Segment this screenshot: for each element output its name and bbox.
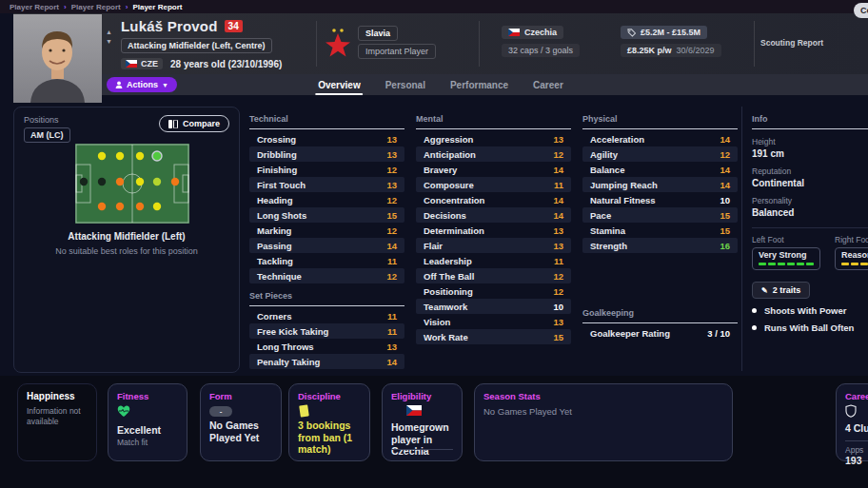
apps-value: 193	[845, 455, 868, 467]
attribute-row: Decisions 14	[416, 207, 571, 223]
yellow-card-icon	[299, 404, 309, 417]
tab-overview[interactable]: Overview	[318, 80, 360, 90]
card-text: Information not available	[27, 406, 88, 426]
discipline-card[interactable]: Discipline 3 bookings from ban (1 match)	[288, 383, 370, 461]
attribute-row: Crossing 13	[249, 131, 404, 146]
tag-icon	[627, 29, 636, 37]
fitness-card[interactable]: Fitness Excellent Match fit	[108, 383, 187, 461]
club-name-pill[interactable]: Slavia	[358, 26, 398, 41]
attribute-row: Finishing 12	[249, 162, 404, 177]
card-title: Eligibility	[391, 391, 453, 401]
card-separator	[845, 440, 868, 441]
mental-section: Mental Aggression 13 Anticipation 12 Bra…	[416, 114, 571, 344]
attribute-name: Vision	[424, 317, 450, 327]
attribute-name: Corners	[257, 311, 291, 322]
shield-icon	[845, 404, 857, 418]
apps-label: Apps	[845, 445, 868, 456]
scouting-report-label[interactable]: Scouting Report	[760, 38, 823, 48]
positions-panel: Positions AM (LC) Compare Attacking Midf…	[13, 107, 240, 373]
eligibility-card[interactable]: Eligibility Homegrown player in Czechia	[382, 383, 463, 461]
breadcrumb-item[interactable]: Player Report	[10, 3, 59, 11]
attribute-row: Free Kick Taking 11	[249, 323, 404, 339]
attribute-value: 10	[553, 302, 563, 312]
attribute-name: Agility	[590, 149, 618, 160]
age-line: 28 years old (23/10/1996)	[170, 59, 282, 69]
attribute-value: 14	[720, 180, 730, 190]
attribute-name: Determination	[424, 225, 484, 236]
traits-button[interactable]: ✎ 2 traits	[752, 282, 810, 299]
attribute-row: First Touch 13	[249, 177, 404, 192]
transfer-value-pill: £5.2M - £15.5M	[621, 26, 707, 39]
section-title: Goalkeeping	[582, 308, 738, 323]
card-separator	[391, 449, 453, 450]
fitness-status: Excellent	[117, 424, 178, 437]
attribute-name: Bravery	[424, 165, 457, 175]
attribute-name: Natural Fitness	[590, 195, 656, 205]
attribute-name: Pace	[590, 210, 611, 221]
bullet-icon	[752, 308, 757, 313]
attribute-row: Technique 12	[249, 268, 404, 283]
player-switcher: ▲ ▼	[106, 29, 112, 45]
personality-value: Balanced	[752, 207, 868, 218]
attribute-row: Stamina 15	[582, 223, 738, 238]
attribute-value: 15	[553, 332, 563, 342]
attribute-row: Long Throws 13	[249, 339, 404, 354]
technical-section: Technical Crossing 13 Dribbling 13 Finis…	[249, 114, 404, 283]
attribute-value: 14	[720, 134, 730, 145]
national-team-name: Czechia	[524, 28, 557, 37]
attribute-row: Off The Ball 12	[416, 268, 571, 283]
attribute-name: Crossing	[257, 134, 296, 145]
tab-career[interactable]: Career	[533, 80, 563, 90]
attribute-value: 11	[554, 256, 563, 266]
form-card[interactable]: Form - No Games Played Yet	[200, 383, 282, 461]
section-title: Set Pieces	[249, 291, 404, 306]
attribute-name: Technique	[257, 271, 302, 282]
attribute-name: Positioning	[424, 286, 473, 297]
actions-button[interactable]: Actions ▼	[107, 77, 177, 92]
attribute-name: Aggression	[424, 134, 473, 145]
attribute-value: 13	[386, 342, 397, 352]
actions-label: Actions	[127, 80, 158, 89]
happiness-card[interactable]: Happiness Information not available	[17, 383, 97, 461]
heart-icon	[117, 405, 130, 418]
position-note: No suitable best roles for this position	[14, 246, 239, 256]
compare-button[interactable]: Compare	[159, 115, 229, 132]
chevron-down-icon[interactable]: ▼	[106, 38, 112, 45]
attribute-value: 12	[386, 195, 397, 205]
tab-performance[interactable]: Performance	[450, 80, 508, 90]
national-team-pill[interactable]: Czechia	[502, 26, 563, 39]
left-foot-bars	[759, 263, 814, 265]
position-badge: AM (LC)	[24, 127, 70, 143]
header-divider	[316, 21, 317, 67]
attribute-row: Bravery 14	[416, 162, 571, 177]
attribute-row: Aggression 13	[416, 131, 571, 146]
attribute-row: Heading 12	[249, 192, 404, 207]
wage: £8.25K p/w	[627, 46, 672, 55]
attribute-value: 15	[720, 210, 730, 221]
compare-edge-button[interactable]: Compare	[854, 3, 868, 18]
attribute-value: 14	[386, 357, 397, 367]
tab-personal[interactable]: Personal	[385, 80, 425, 90]
position-pitch	[75, 144, 189, 224]
eligibility-text: Homegrown player in Czechia	[391, 421, 453, 458]
trait-label: Runs With Ball Often	[764, 322, 854, 333]
career-stats-card[interactable]: Career Stats 4 Clubs Apps 193	[836, 383, 868, 461]
attribute-row: Strength 16	[582, 238, 738, 253]
attribute-row: Long Shots 15	[249, 207, 404, 223]
breadcrumb-item[interactable]: Player Report	[71, 3, 121, 11]
header-divider	[479, 21, 480, 67]
attribute-value: 12	[553, 149, 563, 160]
form-pill: -	[209, 406, 232, 417]
season-stats-card[interactable]: Season Stats No Games Played Yet	[474, 383, 733, 461]
attribute-name: Work Rate	[424, 332, 468, 342]
attribute-value: 11	[387, 311, 397, 322]
attribute-name: Dribbling	[257, 149, 297, 160]
traits-list: Shoots With Power Runs With Ball Often	[752, 305, 868, 333]
attribute-value: 12	[553, 286, 563, 297]
attribute-name: Decisions	[424, 210, 466, 221]
attribute-row: Determination 13	[416, 223, 571, 238]
attribute-row: Passing 14	[249, 238, 404, 253]
attribute-row: Dribbling 13	[249, 146, 404, 162]
bullet-icon	[752, 325, 757, 330]
chevron-up-icon[interactable]: ▲	[106, 29, 112, 35]
